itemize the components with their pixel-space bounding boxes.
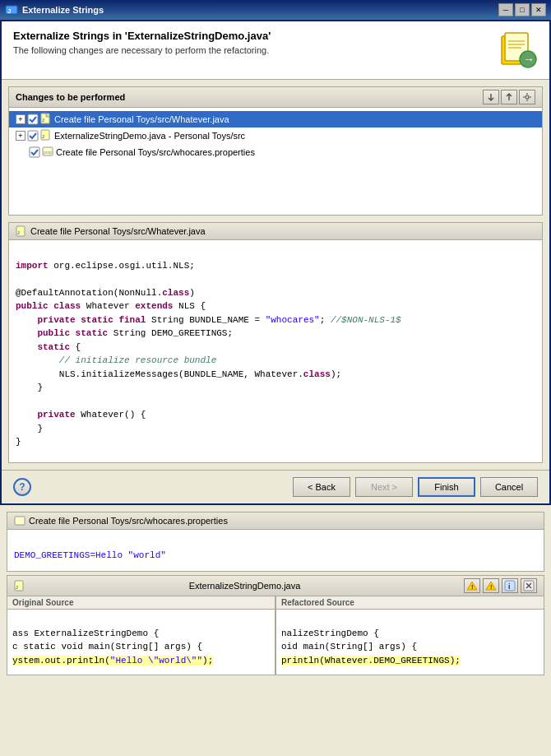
expand-icon-1[interactable]: + xyxy=(16,114,25,124)
finish-button[interactable]: Finish xyxy=(418,477,475,497)
svg-rect-10 xyxy=(28,114,38,124)
dialog: Externalize Strings in 'ExternalizeStrin… xyxy=(0,20,551,505)
svg-text:i: i xyxy=(508,582,511,591)
tree-item-1[interactable]: + J Create file Personal Toys/src/W xyxy=(9,111,542,128)
file-icon-3: prop xyxy=(42,146,53,159)
title-bar-title: Externalize Strings xyxy=(22,5,498,15)
svg-text:!: ! xyxy=(490,583,493,591)
checkbox-3[interactable] xyxy=(29,146,40,158)
properties-code-body[interactable]: DEMO_GREETINGS=Hello "world" xyxy=(7,530,544,571)
diff-panel-header: J ExternalizeStringDemo.java ! ! xyxy=(7,576,544,596)
move-down-button[interactable] xyxy=(483,90,499,104)
tree-item-label-2: ExternalizeStringDemo.java - Personal To… xyxy=(54,131,245,141)
dialog-description: The following changes are necessary to p… xyxy=(13,45,271,55)
svg-rect-21 xyxy=(15,517,25,525)
title-bar-icon: J xyxy=(5,3,18,16)
back-button[interactable]: < Back xyxy=(293,477,350,497)
svg-point-9 xyxy=(526,95,529,99)
diff-left-code[interactable]: ass ExternalizeStringDemo { c static voi… xyxy=(7,610,275,675)
code-preview-label: Create file Personal Toys/src/Whatever.j… xyxy=(30,226,206,236)
tree-item-label-1: Create file Personal Toys/src/Whatever.j… xyxy=(54,114,229,124)
svg-text:J: J xyxy=(7,7,11,15)
dialog-footer: ? < Back Next > Finish Cancel xyxy=(2,470,549,503)
properties-panel-label: Create file Personal Toys/src/whocares.p… xyxy=(29,516,228,526)
file-icon-1: J xyxy=(40,113,52,126)
diff-panel: J ExternalizeStringDemo.java ! ! xyxy=(7,575,544,675)
changes-toolbar xyxy=(483,90,535,104)
diff-icon-4[interactable] xyxy=(521,578,537,593)
maximize-button[interactable]: □ xyxy=(515,3,530,16)
svg-text:J: J xyxy=(16,585,18,590)
diff-left-line-1: ass ExternalizeStringDemo { c static voi… xyxy=(12,628,202,652)
window-controls: ─ □ ✕ xyxy=(498,3,546,16)
title-bar: J Externalize Strings ─ □ ✕ xyxy=(0,0,551,20)
diff-header-icons: ! ! i xyxy=(464,578,537,593)
svg-text:J: J xyxy=(42,134,44,139)
tree-area: + J Create file Personal Toys/src/W xyxy=(9,108,542,215)
svg-text:!: ! xyxy=(471,583,474,591)
svg-rect-16 xyxy=(30,147,39,157)
svg-text:J: J xyxy=(42,118,44,123)
diff-right-line-3: println(Whatever.DEMO_GREETINGS); xyxy=(281,656,461,666)
tree-item-label-3: Create file Personal Toys/src/whocares.p… xyxy=(56,147,255,157)
file-icon-preview: J xyxy=(16,225,27,237)
properties-panel-header: Create file Personal Toys/src/whocares.p… xyxy=(7,513,544,530)
footer-buttons: < Back Next > Finish Cancel xyxy=(293,477,538,497)
svg-rect-13 xyxy=(28,131,38,141)
code-preview-panel: J Create file Personal Toys/src/Whatever… xyxy=(8,222,543,463)
dialog-header-icon: → xyxy=(498,30,538,69)
diff-icon-1[interactable]: ! xyxy=(464,578,480,593)
expand-icon-2[interactable]: + xyxy=(16,131,25,141)
diff-right-code[interactable]: nalizeStringDemo { oid main(String[] arg… xyxy=(276,610,544,675)
diff-left: Original Source ass ExternalizeStringDem… xyxy=(7,596,276,675)
tree-item-2[interactable]: + J ExternalizeStringDemo.java - Persona… xyxy=(9,128,542,144)
settings-button[interactable] xyxy=(519,90,535,104)
diff-left-label: Original Source xyxy=(7,596,275,610)
file-icon-2: J xyxy=(40,129,52,142)
diff-left-line-3: ystem.out.println("Hello \"world\""); xyxy=(12,656,213,666)
checkbox-1[interactable] xyxy=(27,114,39,125)
cancel-button[interactable]: Cancel xyxy=(480,477,538,497)
properties-panel: Create file Personal Toys/src/whocares.p… xyxy=(7,512,544,572)
properties-code-text: DEMO_GREETINGS=Hello "world" xyxy=(14,550,166,560)
diff-panel-label: ExternalizeStringDemo.java xyxy=(189,581,301,591)
diff-right: Refactored Source nalizeStringDemo { oid… xyxy=(276,596,544,675)
svg-text:J: J xyxy=(17,230,20,235)
svg-text:→: → xyxy=(523,53,535,66)
diff-icon-3[interactable]: i xyxy=(502,578,518,593)
changes-panel: Changes to be performed xyxy=(8,86,543,216)
bottom-section: Create file Personal Toys/src/whocares.p… xyxy=(0,505,551,685)
close-button[interactable]: ✕ xyxy=(531,3,546,16)
dialog-header-text: Externalize Strings in 'ExternalizeStrin… xyxy=(13,30,271,55)
checkbox-2[interactable] xyxy=(27,130,39,141)
diff-right-line-1: nalizeStringDemo { oid main(String[] arg… xyxy=(281,628,417,652)
diff-right-label: Refactored Source xyxy=(276,596,544,610)
code-preview-header: J Create file Personal Toys/src/Whatever… xyxy=(9,223,542,240)
dialog-title: Externalize Strings in 'ExternalizeStrin… xyxy=(13,30,271,42)
diff-icon-2[interactable]: ! xyxy=(483,578,499,593)
diff-file-icon: J xyxy=(14,580,25,591)
diff-body: Original Source ass ExternalizeStringDem… xyxy=(7,596,544,675)
changes-panel-header: Changes to be performed xyxy=(9,87,542,108)
help-button[interactable]: ? xyxy=(13,478,31,496)
move-up-button[interactable] xyxy=(501,90,517,104)
code-preview-body[interactable]: import org.eclipse.osgi.util.NLS; @Defau… xyxy=(9,240,542,462)
svg-text:prop: prop xyxy=(44,150,52,155)
next-button[interactable]: Next > xyxy=(355,477,413,497)
changes-panel-label: Changes to be performed xyxy=(16,92,125,102)
tree-item-3[interactable]: prop Create file Personal Toys/src/whoca… xyxy=(9,144,542,160)
dialog-header: Externalize Strings in 'ExternalizeStrin… xyxy=(2,21,549,80)
minimize-button[interactable]: ─ xyxy=(498,3,513,16)
properties-file-icon xyxy=(14,515,25,526)
